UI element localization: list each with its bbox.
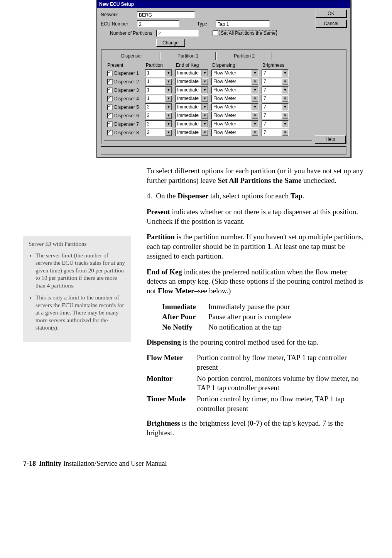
end-of-keg-combo[interactable]: Immediate▼ bbox=[175, 103, 208, 111]
dispenser-name: Dispenser 2 bbox=[114, 79, 145, 85]
chevron-down-icon: ▼ bbox=[201, 121, 208, 127]
chevron-down-icon: ▼ bbox=[201, 129, 208, 136]
num-partitions-field[interactable]: 2 bbox=[156, 30, 199, 37]
dispensing-combo[interactable]: Flow Meter▼ bbox=[211, 129, 259, 136]
chevron-down-icon: ▼ bbox=[282, 121, 288, 127]
network-field[interactable]: BERG bbox=[137, 11, 195, 18]
dispensing-combo[interactable]: Flow Meter▼ bbox=[211, 86, 259, 94]
dispenser-row: Dispenser 72▼Immediate▼Flow Meter▼7▼ bbox=[107, 120, 309, 128]
end-of-keg-combo[interactable]: Immediate▼ bbox=[175, 112, 208, 119]
chevron-down-icon: ▼ bbox=[201, 70, 208, 76]
step-number: 4. bbox=[147, 191, 152, 201]
chevron-down-icon: ▼ bbox=[165, 104, 172, 110]
partition-combo[interactable]: 1▼ bbox=[145, 69, 172, 77]
dispenser-row: Dispenser 11▼Immediate▼Flow Meter▼7▼ bbox=[107, 69, 309, 77]
dispenser-name: Dispenser 5 bbox=[114, 105, 145, 110]
col-brightness: Brightness bbox=[262, 63, 284, 68]
tab-dispenser[interactable]: Dispenser bbox=[104, 52, 159, 60]
present-checkbox[interactable] bbox=[107, 71, 113, 76]
dispenser-row: Dispenser 62▼Immediate▼Flow Meter▼7▼ bbox=[107, 112, 309, 119]
present-checkbox[interactable] bbox=[107, 79, 113, 85]
present-checkbox[interactable] bbox=[107, 113, 113, 118]
brightness-combo[interactable]: 7▼ bbox=[262, 86, 289, 94]
dispensing-combo[interactable]: Flow Meter▼ bbox=[211, 69, 259, 77]
dialog-title: New ECU Setup bbox=[97, 0, 350, 8]
page-footer: 7-18 Infinity Installation/Service and U… bbox=[23, 460, 369, 468]
cancel-button[interactable]: Cancel bbox=[316, 20, 346, 27]
present-checkbox[interactable] bbox=[107, 96, 113, 101]
end-of-keg-combo[interactable]: Immediate▼ bbox=[175, 86, 208, 94]
ecu-number-field[interactable]: 2 bbox=[137, 20, 179, 27]
brightness-combo[interactable]: 7▼ bbox=[262, 129, 289, 136]
chevron-down-icon: ▼ bbox=[165, 129, 172, 136]
dispenser-name: Dispenser 8 bbox=[114, 130, 145, 135]
chevron-down-icon: ▼ bbox=[201, 78, 208, 85]
status-bar bbox=[101, 146, 346, 155]
main-text: To select different options for each par… bbox=[147, 166, 369, 444]
dispensing-combo[interactable]: Flow Meter▼ bbox=[211, 78, 259, 85]
product-name: Infinity bbox=[39, 460, 61, 468]
partition-combo[interactable]: 2▼ bbox=[145, 120, 172, 128]
brightness-combo[interactable]: 7▼ bbox=[262, 95, 289, 102]
brightness-combo[interactable]: 7▼ bbox=[262, 103, 289, 111]
partition-combo[interactable]: 1▼ bbox=[145, 86, 172, 94]
num-partitions-label: Number of Partitions bbox=[110, 30, 156, 36]
brightness-combo[interactable]: 7▼ bbox=[262, 120, 289, 128]
dispenser-name: Dispenser 7 bbox=[114, 122, 145, 127]
chevron-down-icon: ▼ bbox=[282, 87, 288, 93]
col-partition: Partition bbox=[146, 63, 176, 68]
chevron-down-icon: ▼ bbox=[165, 70, 172, 76]
tab-partition-2[interactable]: Partition 2 bbox=[216, 52, 272, 60]
present-checkbox[interactable] bbox=[107, 130, 113, 135]
type-field[interactable]: Tap 1 bbox=[216, 20, 270, 27]
chevron-down-icon: ▼ bbox=[201, 95, 208, 102]
dispensing-combo[interactable]: Flow Meter▼ bbox=[211, 95, 259, 102]
end-of-keg-combo[interactable]: Immediate▼ bbox=[175, 78, 208, 85]
partition-combo[interactable]: 2▼ bbox=[145, 129, 172, 136]
dispenser-name: Dispenser 3 bbox=[114, 88, 145, 93]
brightness-combo[interactable]: 7▼ bbox=[262, 78, 289, 85]
tab-partition-1[interactable]: Partition 1 bbox=[160, 52, 216, 60]
dispensing-combo[interactable]: Flow Meter▼ bbox=[211, 112, 259, 119]
present-checkbox[interactable] bbox=[107, 88, 113, 93]
brightness-combo[interactable]: 7▼ bbox=[262, 112, 289, 119]
help-button[interactable]: Help bbox=[315, 135, 346, 143]
chevron-down-icon: ▼ bbox=[165, 95, 172, 102]
set-all-partitions-label: Set All Partitions the Same bbox=[220, 30, 277, 36]
col-dispensing: Dispensing bbox=[212, 63, 262, 68]
chevron-down-icon: ▼ bbox=[165, 78, 172, 85]
partition-combo[interactable]: 2▼ bbox=[145, 112, 172, 119]
chevron-down-icon: ▼ bbox=[201, 112, 208, 119]
chevron-down-icon: ▼ bbox=[282, 129, 288, 136]
end-of-keg-combo[interactable]: Immediate▼ bbox=[175, 129, 208, 136]
present-checkbox[interactable] bbox=[107, 105, 113, 110]
dispenser-row: Dispenser 21▼Immediate▼Flow Meter▼7▼ bbox=[107, 78, 309, 85]
present-checkbox[interactable] bbox=[107, 122, 113, 127]
chevron-down-icon: ▼ bbox=[252, 121, 258, 127]
sidebar-title: Server ID with Partitions bbox=[29, 240, 126, 248]
partition-combo[interactable]: 1▼ bbox=[145, 95, 172, 102]
end-of-keg-combo[interactable]: Immediate▼ bbox=[175, 120, 208, 128]
dispenser-name: Dispenser 4 bbox=[114, 96, 145, 101]
end-of-keg-combo[interactable]: Immediate▼ bbox=[175, 69, 208, 77]
dispenser-row: Dispenser 31▼Immediate▼Flow Meter▼7▼ bbox=[107, 86, 309, 94]
network-label: Network bbox=[101, 12, 137, 17]
ok-button[interactable]: OK bbox=[316, 10, 346, 17]
set-all-partitions-checkbox[interactable] bbox=[213, 30, 218, 36]
page-number: 7-18 bbox=[23, 460, 36, 468]
end-of-keg-combo[interactable]: Immediate▼ bbox=[175, 95, 208, 102]
partition-combo[interactable]: 1▼ bbox=[145, 78, 172, 85]
col-present: Present bbox=[107, 63, 146, 68]
ecu-number-label: ECU Number bbox=[101, 21, 137, 27]
col-end-of-keg: End of Keg bbox=[176, 63, 212, 68]
partition-combo[interactable]: 2▼ bbox=[145, 103, 172, 111]
dispensing-combo[interactable]: Flow Meter▼ bbox=[211, 120, 259, 128]
sidebar-bullet-2: This is only a limit to the number of se… bbox=[35, 294, 126, 332]
chevron-down-icon: ▼ bbox=[201, 104, 208, 110]
dispenser-name: Dispenser 6 bbox=[114, 113, 145, 118]
dispensing-combo[interactable]: Flow Meter▼ bbox=[211, 103, 259, 111]
brightness-combo[interactable]: 7▼ bbox=[262, 69, 289, 77]
change-button[interactable]: Change bbox=[156, 39, 185, 47]
dispenser-row: Dispenser 82▼Immediate▼Flow Meter▼7▼ bbox=[107, 129, 309, 136]
tab-pane-dispenser: Present Partition End of Keg Dispensing … bbox=[104, 60, 312, 141]
